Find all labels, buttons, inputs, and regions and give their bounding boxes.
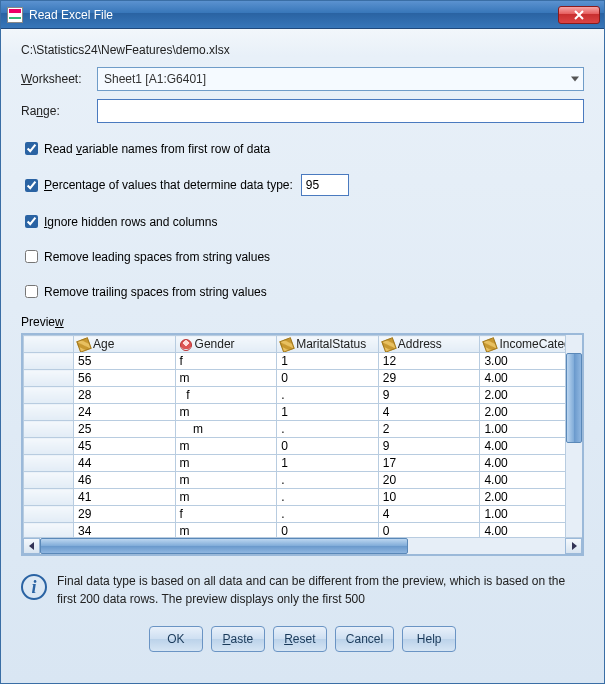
horizontal-scrollbar-thumb[interactable]	[40, 538, 408, 554]
table-cell[interactable]: m	[175, 404, 277, 421]
table-cell[interactable]: 0	[277, 523, 379, 538]
close-icon	[574, 10, 584, 20]
table-cell[interactable]: 12	[378, 353, 480, 370]
table-cell[interactable]: 0	[277, 438, 379, 455]
table-cell[interactable]: 41	[74, 489, 176, 506]
table-cell[interactable]: 44	[74, 455, 176, 472]
table-cell[interactable]: m	[175, 472, 277, 489]
table-cell[interactable]: 34	[74, 523, 176, 538]
scale-icon	[381, 337, 396, 352]
preview-table-container: Age Gender MaritalStatus Address IncomeC…	[21, 333, 584, 556]
table-cell[interactable]: 29	[74, 506, 176, 523]
table-cell[interactable]: f	[175, 387, 277, 404]
preview-table: Age Gender MaritalStatus Address IncomeC…	[23, 335, 582, 537]
row-header[interactable]	[24, 438, 74, 455]
table-row: 24m142.00	[24, 404, 582, 421]
table-cell[interactable]: 17	[378, 455, 480, 472]
worksheet-selected-value: Sheet1 [A1:G6401]	[104, 72, 206, 86]
file-path: C:\Statistics24\NewFeatures\demo.xlsx	[21, 43, 584, 57]
column-label: Address	[398, 337, 442, 351]
table-row: 34m004.00	[24, 523, 582, 538]
table-cell[interactable]: 9	[378, 438, 480, 455]
dialog-window: Read Excel File C:\Statistics24\NewFeatu…	[0, 0, 605, 684]
pct-determine-input[interactable]	[301, 174, 349, 196]
table-cell[interactable]: m	[175, 370, 277, 387]
table-cell[interactable]: 2	[378, 421, 480, 438]
table-cell[interactable]: 28	[74, 387, 176, 404]
close-button[interactable]	[558, 6, 600, 24]
table-cell[interactable]: m	[175, 438, 277, 455]
cancel-button[interactable]: Cancel	[335, 626, 394, 652]
table-cell[interactable]: 1	[277, 404, 379, 421]
table-cell[interactable]: .	[277, 387, 379, 404]
remove-trailing-checkbox[interactable]	[25, 285, 38, 298]
table-cell[interactable]: 46	[74, 472, 176, 489]
row-header[interactable]	[24, 404, 74, 421]
row-header[interactable]	[24, 353, 74, 370]
table-cell[interactable]: 4	[378, 506, 480, 523]
paste-button[interactable]: Paste	[211, 626, 265, 652]
table-cell[interactable]: .	[277, 506, 379, 523]
column-header[interactable]: Age	[74, 336, 176, 353]
table-cell[interactable]: 55	[74, 353, 176, 370]
remove-leading-label: Remove leading spaces from string values	[44, 250, 270, 264]
table-cell[interactable]: 0	[378, 523, 480, 538]
row-header[interactable]	[24, 370, 74, 387]
ignore-hidden-checkbox[interactable]	[25, 215, 38, 228]
preview-scroll[interactable]: Age Gender MaritalStatus Address IncomeC…	[23, 335, 582, 537]
remove-leading-checkbox[interactable]	[25, 250, 38, 263]
range-row: Range:	[21, 99, 584, 123]
table-cell[interactable]: 10	[378, 489, 480, 506]
ok-button[interactable]: OK	[149, 626, 203, 652]
hscroll-track[interactable]	[40, 538, 565, 554]
horizontal-scrollbar[interactable]	[23, 537, 582, 554]
column-label: MaritalStatus	[296, 337, 366, 351]
table-cell[interactable]: m	[175, 455, 277, 472]
row-header[interactable]	[24, 523, 74, 538]
worksheet-select[interactable]: Sheet1 [A1:G6401]	[97, 67, 584, 91]
table-cell[interactable]: 25	[74, 421, 176, 438]
row-header[interactable]	[24, 506, 74, 523]
row-header[interactable]	[24, 455, 74, 472]
table-cell[interactable]: f	[175, 353, 277, 370]
scroll-right-arrow[interactable]	[565, 538, 582, 554]
table-cell[interactable]: 4	[378, 404, 480, 421]
row-header[interactable]	[24, 472, 74, 489]
range-input[interactable]	[97, 99, 584, 123]
table-cell[interactable]: 56	[74, 370, 176, 387]
table-cell[interactable]: 29	[378, 370, 480, 387]
table-row: 29f.41.00	[24, 506, 582, 523]
vertical-scrollbar[interactable]	[565, 335, 582, 537]
table-cell[interactable]: .	[277, 472, 379, 489]
table-cell[interactable]: 1	[277, 353, 379, 370]
column-header[interactable]: MaritalStatus	[277, 336, 379, 353]
remove-trailing-row: Remove trailing spaces from string value…	[21, 282, 584, 301]
table-cell[interactable]: .	[277, 489, 379, 506]
help-button[interactable]: Help	[402, 626, 456, 652]
table-cell[interactable]: 1	[277, 455, 379, 472]
read-varnames-checkbox[interactable]	[25, 142, 38, 155]
table-cell[interactable]: m	[175, 489, 277, 506]
table-cell[interactable]: 24	[74, 404, 176, 421]
table-cell[interactable]: 0	[277, 370, 379, 387]
scroll-left-arrow[interactable]	[23, 538, 40, 554]
table-cell[interactable]: m	[175, 421, 277, 438]
table-row: 55f1123.00	[24, 353, 582, 370]
row-header[interactable]	[24, 421, 74, 438]
table-cell[interactable]: f	[175, 506, 277, 523]
reset-button[interactable]: Reset	[273, 626, 327, 652]
vertical-scrollbar-thumb[interactable]	[566, 353, 582, 443]
table-cell[interactable]: 20	[378, 472, 480, 489]
table-cell[interactable]: 45	[74, 438, 176, 455]
read-varnames-row: Read variable names from first row of da…	[21, 139, 584, 158]
row-header[interactable]	[24, 387, 74, 404]
column-header[interactable]: Address	[378, 336, 480, 353]
table-cell[interactable]: m	[175, 523, 277, 538]
row-header[interactable]	[24, 489, 74, 506]
column-header[interactable]: Gender	[175, 336, 277, 353]
table-row: 56m0294.00	[24, 370, 582, 387]
pct-determine-checkbox[interactable]	[25, 179, 38, 192]
table-cell[interactable]: .	[277, 421, 379, 438]
table-cell[interactable]: 9	[378, 387, 480, 404]
read-varnames-label: Read variable names from first row of da…	[44, 142, 270, 156]
